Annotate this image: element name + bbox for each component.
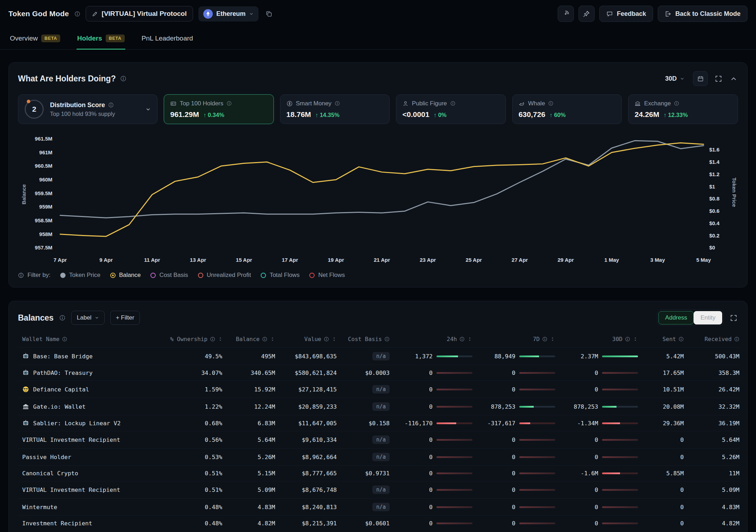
flow-bar xyxy=(436,506,472,508)
range-select[interactable]: 30D xyxy=(663,75,687,83)
token-selector[interactable]: [VIRTUAL] Virtual Protocol xyxy=(86,6,193,21)
value-cell: $843,698,635 xyxy=(275,348,337,365)
info-icon[interactable] xyxy=(542,336,547,342)
toggle-address[interactable]: Address xyxy=(658,311,694,324)
cost-basis-cell: n/a xyxy=(337,481,390,499)
filter-token-price[interactable]: Token Price xyxy=(60,272,100,279)
column-wallet-name[interactable]: Wallet Name xyxy=(18,331,166,348)
filter-total-flows[interactable]: Total Flows xyxy=(261,272,299,279)
table-row[interactable]: Passive Holder0.53%5.26M$8,962,664n/a000… xyxy=(18,449,739,466)
info-icon[interactable] xyxy=(674,101,679,106)
back-label: Back to Classic Mode xyxy=(675,10,740,18)
info-icon[interactable] xyxy=(108,102,114,108)
column-ownership[interactable]: % Ownership xyxy=(166,331,222,348)
chat-icon xyxy=(606,11,613,17)
back-to-classic-button[interactable]: Back to Classic Mode xyxy=(658,6,748,22)
chain-name: Ethereum xyxy=(216,10,246,18)
tab-overview[interactable]: OverviewBETA xyxy=(9,27,61,49)
info-icon[interactable] xyxy=(450,101,456,106)
column-30d[interactable]: 30D xyxy=(555,331,638,348)
filter-unrealized-profit[interactable]: Unrealized Profit xyxy=(198,272,251,279)
info-icon[interactable] xyxy=(734,336,739,342)
info-icon[interactable] xyxy=(59,315,66,321)
table-row[interactable]: Base: Base Bridge49.5%495M$843,698,635n/… xyxy=(18,348,739,365)
stat-card-public-figure[interactable]: Public Figure<0.0001↑ 0% xyxy=(396,94,506,124)
calendar-button[interactable] xyxy=(693,71,708,86)
bank-icon xyxy=(634,100,641,107)
column-label: 24h xyxy=(447,336,457,342)
stat-card-whale[interactable]: Whale630,726↑ 60% xyxy=(512,94,622,124)
robot-icon xyxy=(22,353,29,360)
flow-value: 0 xyxy=(595,504,598,511)
info-icon[interactable] xyxy=(120,75,126,82)
wallet-name: Passive Holder xyxy=(22,454,71,460)
column-received[interactable]: Received xyxy=(684,331,739,348)
column-cost-basis[interactable]: Cost Basis xyxy=(337,331,390,348)
tab-holders[interactable]: HoldersBETA xyxy=(76,27,125,49)
info-icon[interactable] xyxy=(210,336,215,342)
table-row[interactable]: VIRTUAL Investment Recipient0.51%5.09M$8… xyxy=(18,481,739,499)
table-row[interactable]: Gate.io: Wallet1.22%12.24M$20,859,233n/a… xyxy=(18,398,739,415)
flow-bar xyxy=(602,522,638,524)
info-icon[interactable] xyxy=(18,272,24,278)
toggle-entity[interactable]: Entity xyxy=(694,311,722,324)
distribution-score-card[interactable]: 2 Distribution Score Top 100 hold 93% su… xyxy=(18,94,157,124)
info-icon[interactable] xyxy=(548,101,553,106)
whale-icon xyxy=(519,100,525,107)
fullscreen-button[interactable] xyxy=(714,74,723,83)
info-icon[interactable] xyxy=(459,336,465,342)
info-icon[interactable] xyxy=(324,336,329,342)
cost-basis-cell: $0.0003 xyxy=(337,365,390,381)
value-cell: $11,647,005 xyxy=(275,415,337,431)
info-icon[interactable] xyxy=(262,336,267,342)
copy-icon[interactable] xyxy=(264,9,274,19)
filter-net-flows[interactable]: Net Flows xyxy=(309,272,345,279)
cost-basis-cell: n/a xyxy=(337,449,390,466)
column-value[interactable]: Value xyxy=(275,331,337,348)
column-balance[interactable]: Balance xyxy=(222,331,275,348)
info-icon[interactable] xyxy=(625,336,630,342)
info-icon[interactable] xyxy=(227,101,232,106)
column-24h[interactable]: 24h xyxy=(390,331,472,348)
balances-table: Wallet Name% OwnershipBalanceValueCost B… xyxy=(18,331,739,531)
info-icon[interactable] xyxy=(384,336,390,342)
info-icon[interactable] xyxy=(74,11,80,17)
tab-pnl-leaderboard[interactable]: PnL Leaderboard xyxy=(141,27,194,49)
table-row[interactable]: Sablier: Lockup Linear V20.68%6.83M$11,6… xyxy=(18,415,739,431)
svg-text:Balance: Balance xyxy=(21,184,27,204)
table-row[interactable]: Defiance Capital1.59%15.92M$27,128,415n/… xyxy=(18,381,739,398)
feedback-button[interactable]: Feedback xyxy=(599,6,653,22)
chain-selector[interactable]: Ethereum xyxy=(198,6,259,21)
label-dropdown[interactable]: Label xyxy=(71,311,105,325)
column-7d[interactable]: 7D xyxy=(472,331,555,348)
stat-card-top-100-holders[interactable]: Top 100 Holders961.29M↑ 0.34% xyxy=(164,94,274,124)
table-row[interactable]: Wintermute0.48%4.83M$8,240,813n/a00004.8… xyxy=(18,499,739,516)
face-icon xyxy=(22,386,29,393)
info-icon[interactable] xyxy=(678,336,684,342)
stat-card-smart-money[interactable]: Smart Money18.76M↑ 14.35% xyxy=(280,94,390,124)
flow-bar xyxy=(436,355,472,357)
stat-card-exchange[interactable]: Exchange24.26M↑ 12.33% xyxy=(628,94,738,124)
table-row[interactable]: Investment Recipient0.48%4.82M$8,215,391… xyxy=(18,516,739,531)
radio-icon xyxy=(309,273,315,278)
table-row[interactable]: PathDAO: Treasury34.07%340.65M$580,621,8… xyxy=(18,365,739,381)
score-dot xyxy=(27,100,30,103)
info-icon[interactable] xyxy=(335,101,340,106)
column-sent[interactable]: Sent xyxy=(638,331,684,348)
main-content: What Are Holders Doing? 30D 2 xyxy=(0,50,756,532)
radar-button[interactable] xyxy=(558,6,574,22)
table-row[interactable]: Canonical Crypto0.51%5.15M$8,777,665$0.9… xyxy=(18,466,739,481)
table-row[interactable]: VIRTUAL Investment Recipient0.56%5.64M$9… xyxy=(18,431,739,449)
filter-balance[interactable]: Balance xyxy=(110,272,141,279)
wallet-name: Wintermute xyxy=(22,504,57,511)
pin-button[interactable] xyxy=(578,6,595,22)
flow-bar xyxy=(602,439,638,441)
fullscreen-button[interactable] xyxy=(729,314,738,322)
info-icon[interactable] xyxy=(62,336,67,342)
collapse-button[interactable] xyxy=(729,74,738,83)
add-filter-button[interactable]: + Filter xyxy=(110,311,140,325)
filter-cost-basis[interactable]: Cost Basis xyxy=(150,272,188,279)
tab-label: PnL Leaderboard xyxy=(142,35,193,42)
svg-text:959M: 959M xyxy=(39,204,52,210)
flow-24h-cell: 0 xyxy=(390,516,472,531)
